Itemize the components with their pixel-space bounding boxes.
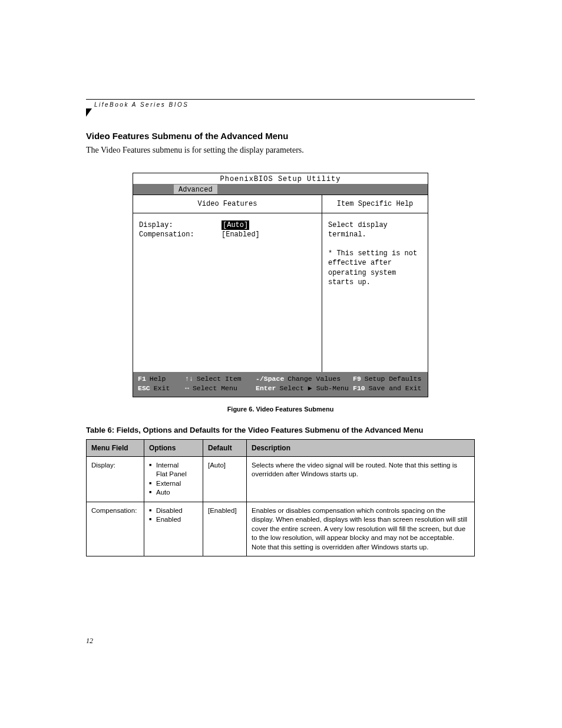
bios-field-label: Compensation: bbox=[139, 230, 222, 239]
option-item: Auto bbox=[149, 488, 198, 498]
key-f1: F1 bbox=[138, 374, 146, 384]
cell-options: Disabled Enabled bbox=[144, 502, 203, 556]
key-f9: F9 bbox=[353, 374, 361, 384]
cell-default: [Auto] bbox=[203, 456, 247, 502]
bios-field-value[interactable]: [Enabled] bbox=[222, 230, 260, 239]
running-header: LifeBook A Series BIOS bbox=[94, 101, 189, 108]
col-description: Description bbox=[247, 439, 475, 456]
key-updown-icon: ↑↓ bbox=[185, 374, 193, 384]
col-menu-field: Menu Field bbox=[87, 439, 144, 456]
key-minus-space: -/Space bbox=[256, 374, 284, 384]
cell-menu-field: Compensation: bbox=[87, 502, 144, 556]
key-desc: Select Item bbox=[197, 374, 242, 384]
option-item: Flat Panel bbox=[149, 470, 198, 479]
bios-footer-keys: F1Help ↑↓Select Item -/SpaceChange Value… bbox=[133, 372, 428, 397]
cell-description: Enables or disables compensation which c… bbox=[247, 502, 475, 556]
bios-settings-list: Display: [Auto] Compensation: [Enabled] bbox=[133, 213, 322, 372]
table-header-row: Menu Field Options Default Description bbox=[87, 439, 475, 456]
page-number: 12 bbox=[86, 637, 93, 645]
key-desc: Setup Defaults bbox=[365, 374, 422, 384]
option-item: Internal bbox=[149, 461, 198, 470]
col-options: Options bbox=[144, 439, 203, 456]
running-header-wedge-icon bbox=[86, 108, 92, 117]
option-item: External bbox=[149, 479, 198, 489]
running-header-rule bbox=[86, 99, 475, 100]
fields-table: Menu Field Options Default Description D… bbox=[86, 439, 475, 557]
bios-title: PhoenixBIOS Setup Utility bbox=[133, 173, 428, 184]
bios-help-panel-title: Item Specific Help bbox=[322, 195, 428, 213]
table-caption: Table 6: Fields, Options and Defaults fo… bbox=[86, 426, 475, 434]
table-row: Display: Internal Flat Panel External Au… bbox=[87, 456, 475, 502]
bios-field-label: Display: bbox=[139, 220, 222, 230]
key-leftright-icon: ↔ bbox=[185, 384, 189, 393]
bios-menu-tabbar: Advanced bbox=[133, 184, 428, 195]
key-desc: Save and Exit bbox=[369, 384, 422, 393]
key-desc: Help bbox=[150, 374, 166, 384]
cell-description: Selects where the video signal will be r… bbox=[247, 456, 475, 502]
figure-caption: Figure 6. Video Features Submenu bbox=[86, 406, 475, 413]
key-desc: Select ▶ Sub-Menu bbox=[280, 384, 349, 393]
cell-menu-field: Display: bbox=[87, 456, 144, 502]
option-item: Enabled bbox=[149, 515, 198, 525]
key-esc: ESC bbox=[138, 384, 150, 393]
tab-advanced[interactable]: Advanced bbox=[173, 184, 218, 195]
intro-paragraph: The Video Features submenu is for settin… bbox=[86, 144, 475, 156]
bios-field-value[interactable]: [Auto] bbox=[222, 220, 249, 230]
bios-help-text: Select display terminal. * This setting … bbox=[322, 213, 428, 372]
key-enter: Enter bbox=[256, 384, 276, 393]
key-f10: F10 bbox=[353, 384, 365, 393]
bios-field-compensation[interactable]: Compensation: [Enabled] bbox=[139, 230, 316, 239]
bios-left-panel-title: Video Features bbox=[133, 195, 322, 213]
key-desc: Change Values bbox=[287, 374, 340, 384]
option-item: Disabled bbox=[149, 506, 198, 516]
table-row: Compensation: Disabled Enabled [Enabled]… bbox=[87, 502, 475, 556]
cell-default: [Enabled] bbox=[203, 502, 247, 556]
key-desc: Select Menu bbox=[193, 384, 237, 393]
section-heading: Video Features Submenu of the Advanced M… bbox=[86, 131, 475, 141]
cell-options: Internal Flat Panel External Auto bbox=[144, 456, 203, 502]
bios-field-display[interactable]: Display: [Auto] bbox=[139, 220, 316, 230]
key-desc: Exit bbox=[154, 384, 170, 393]
bios-setup-utility: PhoenixBIOS Setup Utility Advanced Video… bbox=[133, 173, 428, 397]
col-default: Default bbox=[203, 439, 247, 456]
